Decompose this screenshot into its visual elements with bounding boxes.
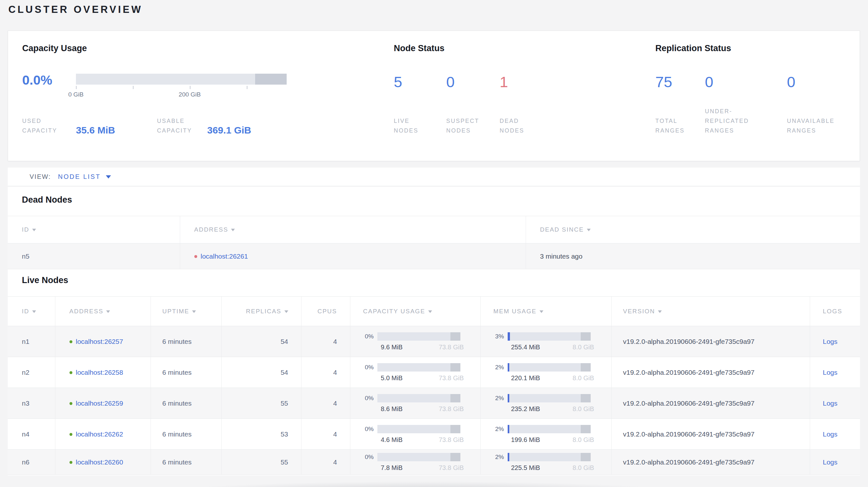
capacity-used: 7.8 MiB (381, 464, 403, 472)
cell-capacity-usage: 0% 8.6 MiB73.8 GiB (350, 388, 480, 419)
mem-bar (508, 453, 591, 461)
usable-capacity-stat: USABLE CAPACITY 369.1 GiB (157, 116, 251, 135)
logs-link[interactable]: Logs (823, 369, 838, 376)
view-dropdown[interactable]: NODE LIST (58, 173, 111, 181)
table-row: n4 localhost:26262 6 minutes 53 4 0% 4.6… (8, 419, 860, 450)
cell-mem-usage: 2% 235.2 MiB8.0 GiB (480, 388, 611, 419)
mem-percent: 2% (494, 454, 508, 461)
unavailable-label: UNAVAILABLE RANGES (787, 116, 843, 135)
cell-mem-usage: 2% 199.6 MiB8.0 GiB (480, 419, 611, 450)
logs-link[interactable]: Logs (823, 458, 838, 466)
mem-bar-fill (508, 332, 510, 340)
live-col-cpus-label: CPUS (317, 308, 337, 315)
live-col-mem-label: MEM USAGE (494, 308, 537, 315)
sort-desc-icon (284, 311, 288, 313)
mem-bar-fill (508, 425, 509, 433)
logs-link[interactable]: Logs (823, 430, 838, 438)
cluster-summary-card: Capacity Usage 0.0% (8, 31, 860, 161)
cell-version: v19.2.0-alpha.20190606-2491-gfe735c9a97 (611, 388, 810, 419)
unavailable-count: 0 (787, 74, 843, 90)
live-col-version[interactable]: VERSION (611, 297, 810, 326)
unavailable-ranges-stat: 0 UNAVAILABLE RANGES (787, 74, 843, 135)
cell-address: localhost:26262 (55, 419, 151, 450)
cell-replicas: 55 (221, 450, 301, 475)
capacity-percent: 0% (363, 333, 377, 340)
dead-nodes-count: 1 (500, 74, 540, 90)
node-status-section: Node Status 5 LIVE NODES 0 SUSPECT NODES… (394, 43, 638, 135)
cell-address: localhost:26257 (55, 326, 151, 357)
suspect-nodes-count: 0 (446, 74, 500, 90)
dead-col-address[interactable]: ADDRESS (180, 216, 526, 244)
replication-status-section: Replication Status 75 TOTAL RANGES 0 UND… (655, 43, 848, 135)
dead-node-dot-icon (194, 255, 197, 258)
capacity-bar (377, 425, 460, 433)
dead-nodes-stat: 1 DEAD NODES (500, 74, 540, 135)
live-col-version-label: VERSION (623, 308, 655, 315)
live-col-replicas-label: REPLICAS (246, 308, 281, 315)
live-col-address[interactable]: ADDRESS (55, 297, 151, 326)
capacity-used: 4.6 MiB (381, 436, 403, 444)
used-capacity-stat: USED CAPACITY 35.6 MiB (22, 116, 157, 135)
logs-link[interactable]: Logs (823, 399, 838, 407)
live-col-mem-usage[interactable]: MEM USAGE (480, 297, 611, 326)
dead-nodes-heading: Dead Nodes (22, 187, 860, 205)
cell-uptime: 6 minutes (151, 388, 221, 419)
cell-version: v19.2.0-alpha.20190606-2491-gfe735c9a97 (611, 357, 810, 388)
mem-total: 8.0 GiB (573, 464, 594, 472)
logs-link[interactable]: Logs (823, 338, 838, 345)
sort-desc-icon (231, 229, 235, 231)
view-selector-bar: VIEW: NODE LIST (8, 168, 860, 186)
capacity-usage-title: Capacity Usage (22, 43, 376, 54)
node-address-link[interactable]: localhost:26257 (76, 338, 123, 345)
cell-logs: Logs (810, 326, 860, 357)
node-address-link[interactable]: localhost:26260 (76, 458, 123, 466)
mem-used: 220.1 MiB (511, 375, 540, 382)
node-address-link[interactable]: localhost:26258 (76, 369, 123, 376)
capacity-gauge: 0 GiB 200 GiB (76, 74, 287, 99)
live-col-logs-label: LOGS (823, 308, 843, 315)
capacity-gauge-ticks (76, 86, 287, 90)
under-replicated-label: UNDER-REPLICATED RANGES (705, 106, 765, 135)
node-address-link[interactable]: localhost:26262 (76, 430, 123, 438)
view-dropdown-value[interactable]: NODE LIST (58, 173, 101, 181)
live-col-id-label: ID (22, 308, 29, 315)
live-col-capacity-usage[interactable]: CAPACITY USAGE (350, 297, 480, 326)
total-ranges-count: 75 (655, 74, 705, 90)
cell-cpus: 4 (301, 357, 350, 388)
capacity-bar (377, 394, 460, 402)
dead-col-dead-since[interactable]: DEAD SINCE (526, 216, 860, 244)
cell-cpus: 4 (301, 419, 350, 450)
mem-total: 8.0 GiB (573, 436, 594, 444)
cluster-overview-page: CLUSTER OVERVIEW Capacity Usage 0.0% (0, 0, 868, 487)
mem-used: 225.5 MiB (511, 464, 540, 472)
mem-bar (508, 363, 591, 371)
mem-percent: 2% (494, 364, 508, 371)
live-col-uptime[interactable]: UPTIME (151, 297, 221, 326)
cell-mem-usage: 2% 225.5 MiB8.0 GiB (480, 450, 611, 475)
live-col-id[interactable]: ID (8, 297, 55, 326)
capacity-percent: 0% (363, 364, 377, 371)
nodes-content-card: Dead Nodes ID ADDRESS DEAD SINCE n5 loca… (8, 187, 860, 476)
live-node-dot-icon (69, 461, 72, 464)
dead-col-id[interactable]: ID (8, 216, 180, 244)
mem-percent: 2% (494, 395, 508, 402)
tick-mark (247, 86, 247, 89)
live-node-dot-icon (69, 340, 72, 343)
capacity-percent: 0% (363, 454, 377, 461)
node-address-link[interactable]: localhost:26259 (76, 399, 123, 407)
capacity-bar (377, 453, 460, 461)
under-replicated-count: 0 (705, 74, 787, 90)
under-replicated-ranges-stat: 0 UNDER-REPLICATED RANGES (705, 74, 787, 135)
capacity-percent-value: 0.0% (22, 74, 76, 87)
total-ranges-label: TOTAL RANGES (655, 116, 705, 135)
node-address-link[interactable]: localhost:26261 (201, 253, 248, 260)
live-col-replicas[interactable]: REPLICAS (221, 297, 301, 326)
cell-capacity-usage: 0% 5.0 MiB73.8 GiB (350, 357, 480, 388)
mem-total: 8.0 GiB (573, 344, 594, 351)
cell-replicas: 54 (221, 326, 301, 357)
cell-version: v19.2.0-alpha.20190606-2491-gfe735c9a97 (611, 450, 810, 475)
cell-mem-usage: 2% 220.1 MiB8.0 GiB (480, 357, 611, 388)
capacity-total: 73.8 GiB (439, 436, 464, 444)
cell-cpus: 4 (301, 388, 350, 419)
sort-desc-icon (428, 311, 432, 313)
